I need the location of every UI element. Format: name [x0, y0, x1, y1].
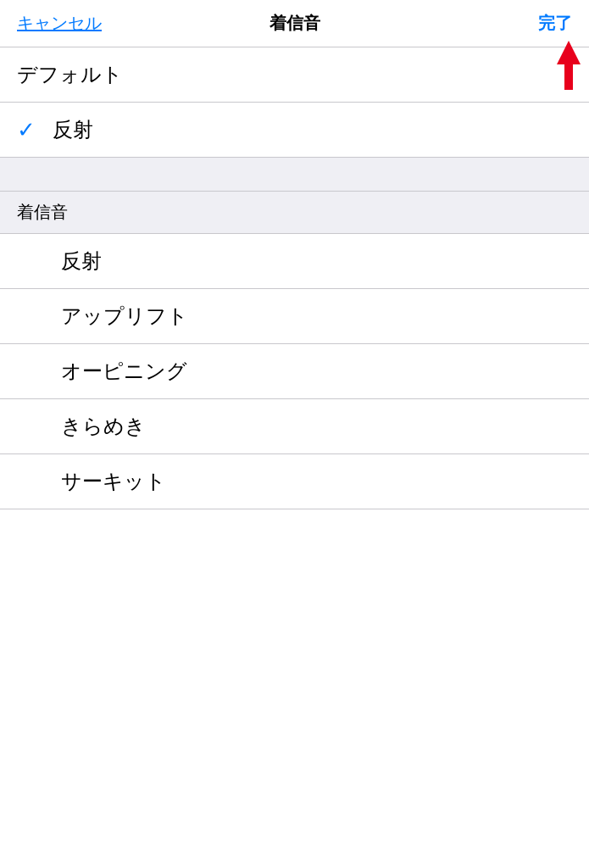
nav-bar: キャンセル 着信音 完了 [0, 0, 589, 47]
checkmark-icon: ✓ [17, 117, 36, 143]
ringtone-label: 反射 [17, 248, 102, 275]
ringtone-label: オーピニング [17, 358, 187, 385]
cancel-button[interactable]: キャンセル [17, 12, 102, 35]
annotation-arrow [557, 41, 581, 90]
list-item[interactable]: 反射 [0, 234, 589, 289]
list-item[interactable]: きらめき [0, 399, 589, 454]
ringtones-section-header: 着信音 [0, 192, 589, 234]
default-label: デフォルト [17, 61, 123, 88]
list-item[interactable]: オーピニング [0, 344, 589, 399]
ringtones-section-header-label: 着信音 [17, 201, 68, 224]
section-spacer [0, 158, 589, 192]
page-title: 着信音 [269, 12, 320, 35]
list-item[interactable]: アップリフト [0, 289, 589, 344]
list-item[interactable]: サーキット [0, 454, 589, 509]
selected-ringtone-label: 反射 [53, 116, 93, 143]
ringtone-label: サーキット [17, 468, 166, 495]
ringtone-label: アップリフト [17, 303, 188, 330]
done-button[interactable]: 完了 [538, 12, 572, 35]
ringtone-label: きらめき [17, 413, 146, 440]
selected-ringtone-item[interactable]: ✓ 反射 [0, 103, 589, 158]
default-row[interactable]: デフォルト [0, 47, 589, 103]
